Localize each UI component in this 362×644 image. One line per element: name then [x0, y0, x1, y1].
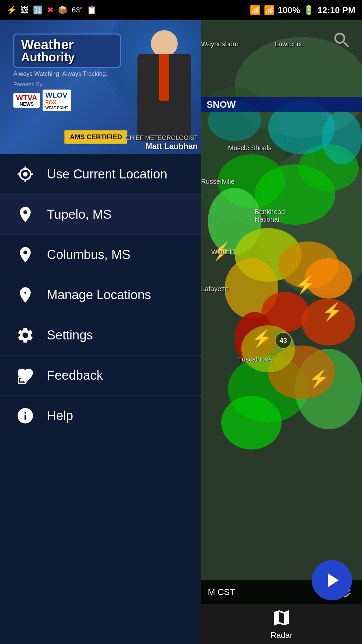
city-bankhead: BankheadNational: [255, 208, 285, 223]
app-name-box: Weather Authority: [13, 34, 121, 68]
error-icon: ✖: [47, 5, 54, 15]
settings-label: Settings: [47, 328, 93, 342]
status-bar: ⚡ 🖼 🔢 ✖ 📦 63° 📋 📶 📶 100% 🔋 12:10 PM: [0, 0, 362, 20]
city-winfield: Winfield: [211, 248, 235, 256]
menu-item-feedback[interactable]: Feedback: [0, 356, 201, 396]
location-pin-icon-tupelo: [13, 203, 37, 226]
tupelo-ms-label: Tupelo, MS: [47, 207, 112, 222]
feedback-label: Feedback: [47, 368, 103, 383]
radar-tab-label: Radar: [270, 631, 292, 640]
city-lawrence: Lawrence: [275, 40, 304, 48]
highway-43-marker: 43: [275, 332, 292, 349]
dropbox-icon: 📦: [58, 5, 68, 15]
battery-percent: 100%: [278, 5, 300, 15]
use-current-location-label: Use Current Location: [47, 167, 167, 181]
person-tie: [159, 54, 169, 101]
main-layout: Weather Authority Always Watching. Alway…: [0, 20, 362, 644]
clock: 12:10 PM: [317, 5, 355, 15]
location-pin-icon-columbus: [13, 243, 37, 267]
city-russellville: Russellville: [201, 178, 235, 185]
navigate-button[interactable]: [312, 560, 352, 600]
feedback-icon: [13, 364, 37, 387]
columbus-ms-label: Columbus, MS: [47, 248, 130, 262]
person-head: [151, 30, 178, 57]
svg-point-22: [322, 111, 362, 164]
status-icons-left: ⚡ 🖼 🔢 ✖ 📦 63° 📋: [7, 5, 97, 15]
map-time-text: M CST: [208, 587, 235, 597]
menu-item-columbus-ms[interactable]: Columbus, MS: [0, 235, 201, 275]
menu-item-help[interactable]: Help: [0, 396, 201, 436]
signal-icon: 📶: [264, 5, 275, 15]
meteorologist-name: CHIEF METEOROLOGIST Matt Laubhan: [125, 135, 198, 151]
menu-list: Use Current Location Tupelo, MS Co: [0, 154, 201, 644]
app-name-weather: Weather: [21, 38, 113, 51]
map-icon: [272, 608, 292, 629]
menu-item-manage-locations[interactable]: Manage Locations: [0, 275, 201, 315]
gear-icon: [13, 324, 37, 347]
app-name-authority: Authority: [21, 51, 113, 63]
lightning-5: ⚡: [308, 369, 329, 388]
city-waynesboro: Waynesboro: [201, 40, 239, 48]
temperature-icon: 63°: [72, 6, 83, 14]
gallery-icon: 🖼: [21, 5, 29, 15]
station-logos: WTVA NEWS WLOV FOX WEST POINT: [13, 90, 121, 111]
manage-locations-label: Manage Locations: [47, 288, 151, 302]
city-muscle-shoals: Muscle Shoals: [228, 144, 272, 152]
app-tagline: Always Watching. Always Tracking.: [13, 70, 121, 77]
ams-badge: AMS CERTIFIED: [64, 130, 127, 144]
lightning-2: ⚡: [295, 275, 316, 294]
app-banner: Weather Authority Always Watching. Alway…: [0, 20, 201, 154]
map-area[interactable]: ⚡ ⚡ ⚡ ⚡ ⚡ Waynesboro Lawrence Muscle Sho…: [201, 20, 362, 644]
battery-icon: 🔋: [303, 5, 314, 15]
logo-area: Weather Authority Always Watching. Alway…: [13, 34, 121, 111]
map-search-button[interactable]: [328, 27, 355, 54]
menu-item-tupelo-ms[interactable]: Tupelo, MS: [0, 195, 201, 235]
location-crosshair-icon: [13, 163, 37, 186]
powered-by-label: Powered By:: [13, 82, 121, 88]
wifi-icon: 📶: [250, 5, 260, 15]
help-label: Help: [47, 409, 73, 423]
lightning-4: ⚡: [251, 329, 272, 348]
clipboard-icon: 📋: [87, 5, 97, 15]
city-tuscaloosa: Tuscaloosa: [238, 356, 272, 363]
svg-point-25: [221, 396, 282, 449]
notification-icon: 🔢: [33, 5, 43, 15]
svg-point-0: [23, 172, 27, 177]
wtva-logo: WTVA NEWS: [13, 93, 40, 108]
svg-point-2: [23, 291, 26, 294]
navigation-drawer: Weather Authority Always Watching. Alway…: [0, 20, 201, 644]
wlov-logo: WLOV FOX WEST POINT: [43, 90, 71, 111]
manage-locations-icon: [13, 283, 37, 307]
info-icon: [13, 404, 37, 428]
menu-item-use-current-location[interactable]: Use Current Location: [0, 154, 201, 195]
city-lafayette: Lafayette: [201, 285, 229, 293]
menu-item-settings[interactable]: Settings: [0, 315, 201, 356]
snow-label: SNOW: [201, 97, 362, 112]
lightning-3: ⚡: [322, 302, 343, 321]
ams-text: AMS CERTIFIED: [70, 133, 122, 141]
status-icons-right: 📶 📶 100% 🔋 12:10 PM: [250, 5, 355, 15]
usb-icon: ⚡: [7, 5, 17, 15]
radar-tab[interactable]: Radar: [201, 604, 362, 644]
radar-map: ⚡ ⚡ ⚡ ⚡ ⚡ Waynesboro Lawrence Muscle Sho…: [201, 20, 362, 584]
